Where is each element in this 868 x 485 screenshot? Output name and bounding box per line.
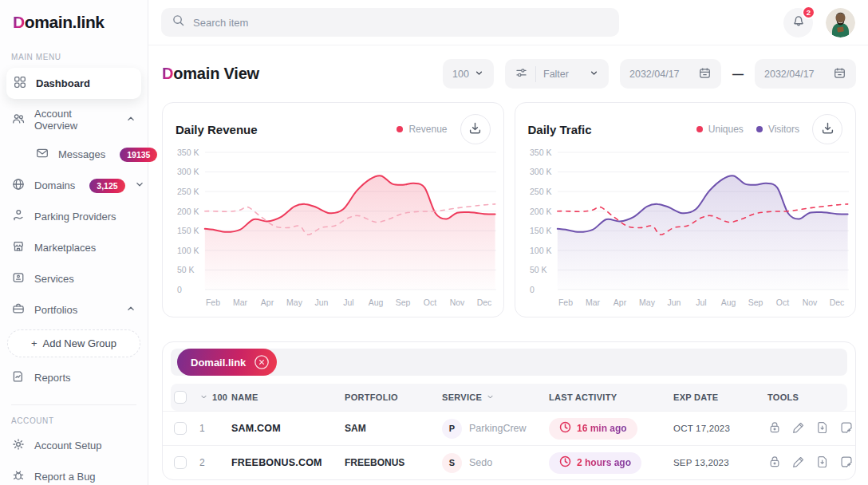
- sidebar-item-account-overview[interactable]: Account Overview: [0, 101, 148, 139]
- page-header: Domain View 100 Falter 2032/04/17: [162, 59, 856, 89]
- sidebar-item-domains[interactable]: Domains 3,125: [0, 170, 148, 201]
- svg-text:100 K: 100 K: [177, 246, 199, 255]
- svg-text:300 K: 300 K: [530, 167, 551, 176]
- svg-text:Aug: Aug: [369, 298, 384, 307]
- user-avatar[interactable]: [826, 8, 855, 37]
- service-name: ParkingCrew: [469, 423, 527, 434]
- column-header-tools: TOOLS: [767, 392, 847, 402]
- plus-icon: +: [31, 337, 37, 349]
- service-initial-badge: P: [442, 419, 462, 439]
- column-header-service-label: SERVICE: [442, 392, 482, 402]
- sidebar-item-dashboard[interactable]: Dashboard: [6, 68, 141, 99]
- domains-table-card: Domail.link 100 NAME PORTFOLIO SERVICE: [162, 341, 856, 480]
- download-icon: [820, 120, 835, 139]
- account-section-label: ACCOUNT: [0, 408, 148, 430]
- table-row: 2 FREEBONUS.COM FREEBONUS S Sedo 2 hours…: [163, 445, 855, 479]
- logo-accent: D: [13, 13, 25, 31]
- header-controls: 100 Falter 2032/04/17 —: [443, 59, 856, 89]
- sidebar-item-portfolios[interactable]: Portfolios: [0, 294, 148, 325]
- add-note-icon[interactable]: [839, 455, 854, 471]
- topbar-right: 2: [783, 8, 855, 37]
- legend-item-uniques: Uniques: [696, 124, 744, 135]
- add-new-group-button[interactable]: + Add New Group: [7, 329, 140, 357]
- edit-icon[interactable]: [791, 420, 806, 437]
- sidebar-item-label: Account Setup: [34, 440, 102, 451]
- date-from-value: 2032/04/17: [629, 69, 680, 80]
- daily-trafic-card: Daily Trafic Uniques Visitors: [515, 102, 857, 317]
- portfolio-name: SAM: [345, 423, 442, 434]
- gear-icon: [11, 437, 26, 454]
- legend-label: Visitors: [768, 124, 799, 135]
- filter-dropdown[interactable]: Falter: [505, 59, 609, 89]
- row-number: 1: [199, 423, 231, 434]
- svg-text:Nov: Nov: [450, 298, 465, 307]
- lock-icon[interactable]: [767, 420, 782, 437]
- service-name: Sedo: [469, 457, 492, 468]
- close-icon[interactable]: [253, 353, 270, 371]
- notifications-button[interactable]: 2: [783, 8, 813, 37]
- svg-text:Dec: Dec: [829, 298, 844, 307]
- column-header-portfolio: PORTFOLIO: [345, 392, 442, 402]
- logo-rest: omain.link: [25, 13, 105, 31]
- chart-title: Daily Revenue: [176, 123, 258, 136]
- chevron-down-icon: [589, 68, 599, 81]
- last-activity-cell: 16 min ago: [549, 418, 673, 440]
- filter-label: Falter: [543, 69, 569, 80]
- chevron-down-icon: [486, 392, 495, 403]
- sidebar-item-account-setup[interactable]: Account Setup: [0, 430, 148, 461]
- legend-item-revenue: Revenue: [397, 124, 447, 135]
- sidebar-item-messages[interactable]: Messages 19135: [0, 139, 148, 170]
- download-icon: [468, 120, 483, 139]
- date-to-picker[interactable]: 2032/04/17: [755, 59, 856, 89]
- control-divider: [535, 66, 536, 82]
- sidebar-item-parking-providers[interactable]: Parking Providers: [0, 201, 148, 232]
- notification-count-badge: 2: [802, 6, 815, 19]
- charts-row: Daily Revenue Revenue 350 K300 K250 K200…: [162, 102, 856, 317]
- download-chart-button[interactable]: [460, 114, 491, 144]
- edit-icon[interactable]: [791, 455, 806, 471]
- file-download-icon[interactable]: [815, 420, 830, 437]
- content: Domain View 100 Falter 2032/04/17: [148, 45, 868, 485]
- search-input[interactable]: [193, 17, 609, 29]
- filter-tag[interactable]: Domail.link: [177, 349, 277, 376]
- svg-text:100 K: 100 K: [530, 246, 551, 255]
- date-from-picker[interactable]: 2032/04/17: [620, 59, 721, 89]
- sliders-icon: [515, 66, 528, 82]
- svg-text:150 K: 150 K: [177, 226, 199, 235]
- svg-text:Mar: Mar: [233, 298, 248, 307]
- envelope-icon: [35, 146, 49, 163]
- row-checkbox[interactable]: [174, 422, 187, 435]
- sidebar-item-label: Parking Providers: [34, 211, 116, 223]
- sidebar-item-services[interactable]: Services: [0, 263, 148, 294]
- domains-count-badge: 3,125: [89, 179, 124, 193]
- file-download-icon[interactable]: [815, 455, 830, 471]
- search-icon: [172, 14, 186, 31]
- service-cell: S Sedo: [442, 453, 549, 473]
- sidebar-item-report-a-bug[interactable]: Report a Bug: [0, 461, 148, 485]
- filter-tag-bar: Domail.link: [171, 349, 847, 376]
- date-range-separator: —: [732, 68, 744, 81]
- svg-text:250 K: 250 K: [530, 187, 551, 196]
- page-size-select[interactable]: 100: [443, 59, 494, 89]
- sidebar-item-marketplaces[interactable]: Marketplaces: [0, 232, 148, 263]
- sidebar-item-reports[interactable]: Reports: [0, 362, 148, 393]
- legend-label: Revenue: [408, 124, 447, 135]
- svg-text:300 K: 300 K: [177, 167, 199, 176]
- chevron-down-icon: [134, 179, 145, 192]
- lock-icon[interactable]: [767, 455, 782, 471]
- add-note-icon[interactable]: [839, 420, 854, 437]
- row-number: 2: [199, 457, 231, 468]
- svg-text:May: May: [639, 298, 656, 307]
- page-title-rest: omain View: [173, 65, 259, 82]
- column-header-service[interactable]: SERVICE: [442, 392, 549, 403]
- report-document-icon: [11, 369, 26, 386]
- column-header-last-activity: LAST ACTIVITY: [549, 392, 673, 402]
- download-chart-button[interactable]: [812, 114, 842, 144]
- row-count-sort[interactable]: 100: [199, 392, 231, 403]
- row-checkbox[interactable]: [174, 456, 187, 469]
- domain-name: FREEBONUS.COM: [231, 457, 345, 468]
- sidebar-item-label: Services: [34, 273, 74, 285]
- sidebar-item-label: Portfolios: [34, 304, 77, 316]
- select-all-checkbox[interactable]: [174, 391, 187, 404]
- page-size-value: 100: [452, 69, 469, 80]
